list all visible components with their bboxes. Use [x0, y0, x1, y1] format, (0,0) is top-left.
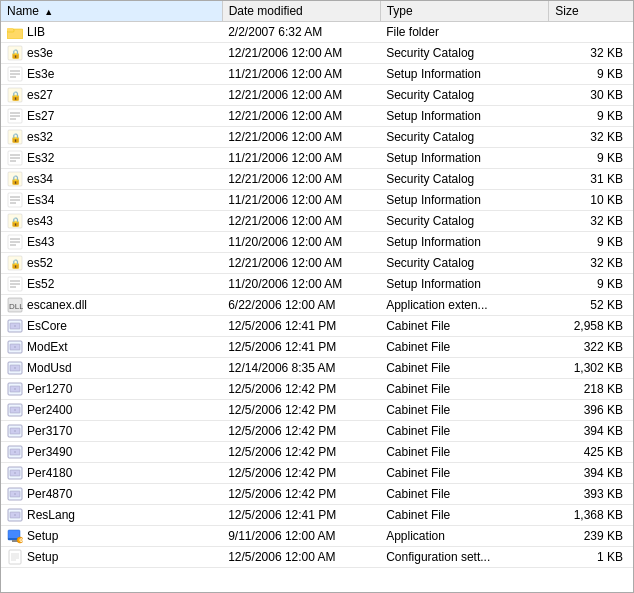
- security-catalog-icon: 🔒: [7, 87, 23, 103]
- file-type-cell: Cabinet File: [380, 316, 549, 337]
- table-row[interactable]: 🔒es2712/21/2006 12:00 AMSecurity Catalog…: [1, 85, 633, 106]
- table-row[interactable]: 🔒es3212/21/2006 12:00 AMSecurity Catalog…: [1, 127, 633, 148]
- file-name-cell: 🔒es52: [1, 253, 222, 274]
- file-name-cell: Es3e: [1, 64, 222, 85]
- table-row[interactable]: Per487012/5/2006 12:42 PMCabinet File393…: [1, 484, 633, 505]
- file-name: EsCore: [27, 319, 67, 333]
- security-catalog-icon: 🔒: [7, 45, 23, 61]
- file-type-cell: Cabinet File: [380, 463, 549, 484]
- table-row[interactable]: ModUsd12/14/2006 8:35 AMCabinet File1,30…: [1, 358, 633, 379]
- file-name: es3e: [27, 46, 53, 60]
- column-headers: Name ▲ Date modified Type Size: [1, 1, 633, 22]
- file-name-cell: 🔒es43: [1, 211, 222, 232]
- svg-rect-2: [7, 28, 13, 31]
- file-size-cell: 1 KB: [549, 547, 633, 568]
- col-header-name[interactable]: Name ▲: [1, 1, 222, 22]
- file-name-cell: ResLang: [1, 505, 222, 526]
- file-type-cell: Security Catalog: [380, 43, 549, 64]
- file-name-cell: 🔒es27: [1, 85, 222, 106]
- file-type-cell: Cabinet File: [380, 442, 549, 463]
- file-type-cell: Security Catalog: [380, 253, 549, 274]
- file-type-cell: Cabinet File: [380, 484, 549, 505]
- table-row[interactable]: Es5211/20/2006 12:00 AMSetup Information…: [1, 274, 633, 295]
- file-name: Per3170: [27, 424, 72, 438]
- file-date-cell: 12/5/2006 12:00 AM: [222, 547, 380, 568]
- file-name: Es32: [27, 151, 54, 165]
- cabinet-icon: [7, 360, 23, 376]
- file-date-cell: 12/5/2006 12:41 PM: [222, 505, 380, 526]
- file-name-cell: LIB: [1, 22, 222, 43]
- table-row[interactable]: 🔒es3412/21/2006 12:00 AMSecurity Catalog…: [1, 169, 633, 190]
- file-type-cell: Setup Information: [380, 190, 549, 211]
- file-name: es32: [27, 130, 53, 144]
- file-name-cell: Per2400: [1, 400, 222, 421]
- file-name-cell: Es27: [1, 106, 222, 127]
- file-name-cell: Es43: [1, 232, 222, 253]
- table-row[interactable]: ⚙Setup9/11/2006 12:00 AMApplication239 K…: [1, 526, 633, 547]
- col-header-type[interactable]: Type: [380, 1, 549, 22]
- file-type-cell: Setup Information: [380, 148, 549, 169]
- col-header-size[interactable]: Size: [549, 1, 633, 22]
- setup-info-icon: [7, 108, 23, 124]
- file-size-cell: 322 KB: [549, 337, 633, 358]
- table-row[interactable]: 🔒es3e12/21/2006 12:00 AMSecurity Catalog…: [1, 43, 633, 64]
- file-type-cell: Cabinet File: [380, 358, 549, 379]
- table-row[interactable]: EsCore12/5/2006 12:41 PMCabinet File2,95…: [1, 316, 633, 337]
- file-date-cell: 12/5/2006 12:42 PM: [222, 379, 380, 400]
- setup-info-icon: [7, 234, 23, 250]
- file-name-cell: Es52: [1, 274, 222, 295]
- file-date-cell: 2/2/2007 6:32 AM: [222, 22, 380, 43]
- table-row[interactable]: Per418012/5/2006 12:42 PMCabinet File394…: [1, 463, 633, 484]
- file-name-cell: Per4180: [1, 463, 222, 484]
- security-catalog-icon: 🔒: [7, 213, 23, 229]
- table-row[interactable]: Es3211/21/2006 12:00 AMSetup Information…: [1, 148, 633, 169]
- table-row[interactable]: Es3e11/21/2006 12:00 AMSetup Information…: [1, 64, 633, 85]
- file-name: ModUsd: [27, 361, 72, 375]
- table-row[interactable]: Per349012/5/2006 12:42 PMCabinet File425…: [1, 442, 633, 463]
- file-date-cell: 11/21/2006 12:00 AM: [222, 148, 380, 169]
- file-name-cell: 🔒es34: [1, 169, 222, 190]
- table-row[interactable]: ModExt12/5/2006 12:41 PMCabinet File322 …: [1, 337, 633, 358]
- table-row[interactable]: Per127012/5/2006 12:42 PMCabinet File218…: [1, 379, 633, 400]
- table-row[interactable]: Per240012/5/2006 12:42 PMCabinet File396…: [1, 400, 633, 421]
- file-explorer: Name ▲ Date modified Type Size LIB2/2/20…: [0, 0, 634, 593]
- table-row[interactable]: Es3411/21/2006 12:00 AMSetup Information…: [1, 190, 633, 211]
- file-type-cell: Security Catalog: [380, 85, 549, 106]
- table-row[interactable]: 🔒es4312/21/2006 12:00 AMSecurity Catalog…: [1, 211, 633, 232]
- file-type-cell: Security Catalog: [380, 127, 549, 148]
- file-date-cell: 6/22/2006 12:00 AM: [222, 295, 380, 316]
- file-name: Es27: [27, 109, 54, 123]
- table-row[interactable]: Es2712/21/2006 12:00 AMSetup Information…: [1, 106, 633, 127]
- table-row[interactable]: Per317012/5/2006 12:42 PMCabinet File394…: [1, 421, 633, 442]
- table-row[interactable]: LIB2/2/2007 6:32 AMFile folder: [1, 22, 633, 43]
- table-row[interactable]: 🔒es5212/21/2006 12:00 AMSecurity Catalog…: [1, 253, 633, 274]
- file-date-cell: 12/21/2006 12:00 AM: [222, 253, 380, 274]
- file-date-cell: 12/5/2006 12:41 PM: [222, 337, 380, 358]
- file-date-cell: 11/20/2006 12:00 AM: [222, 274, 380, 295]
- table-row[interactable]: DLLescanex.dll6/22/2006 12:00 AMApplicat…: [1, 295, 633, 316]
- setup-info-icon: [7, 276, 23, 292]
- file-name: ModExt: [27, 340, 68, 354]
- file-list[interactable]: Name ▲ Date modified Type Size LIB2/2/20…: [1, 1, 633, 592]
- table-row[interactable]: Es4311/20/2006 12:00 AMSetup Information…: [1, 232, 633, 253]
- file-name-cell: 🔒es3e: [1, 43, 222, 64]
- file-size-cell: 9 KB: [549, 274, 633, 295]
- svg-text:🔒: 🔒: [10, 258, 22, 270]
- cabinet-icon: [7, 465, 23, 481]
- col-header-date[interactable]: Date modified: [222, 1, 380, 22]
- config-icon: [7, 549, 23, 565]
- file-name: Es52: [27, 277, 54, 291]
- file-name: LIB: [27, 25, 45, 39]
- file-name-cell: ⚙Setup: [1, 526, 222, 547]
- table-row[interactable]: ResLang12/5/2006 12:41 PMCabinet File1,3…: [1, 505, 633, 526]
- file-name-cell: Es34: [1, 190, 222, 211]
- file-size-cell: 32 KB: [549, 43, 633, 64]
- table-row[interactable]: Setup12/5/2006 12:00 AMConfiguration set…: [1, 547, 633, 568]
- file-size-cell: 396 KB: [549, 400, 633, 421]
- file-size-cell: 9 KB: [549, 106, 633, 127]
- file-size-cell: 2,958 KB: [549, 316, 633, 337]
- file-type-cell: Cabinet File: [380, 505, 549, 526]
- file-size-cell: 218 KB: [549, 379, 633, 400]
- file-name-cell: ModUsd: [1, 358, 222, 379]
- file-type-cell: File folder: [380, 22, 549, 43]
